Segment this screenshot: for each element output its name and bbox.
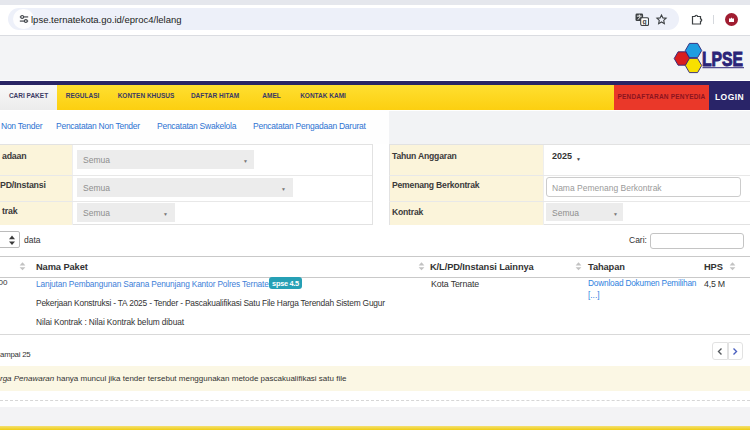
svg-text:g: g — [643, 18, 647, 26]
svg-text:LPSE: LPSE — [702, 47, 743, 70]
